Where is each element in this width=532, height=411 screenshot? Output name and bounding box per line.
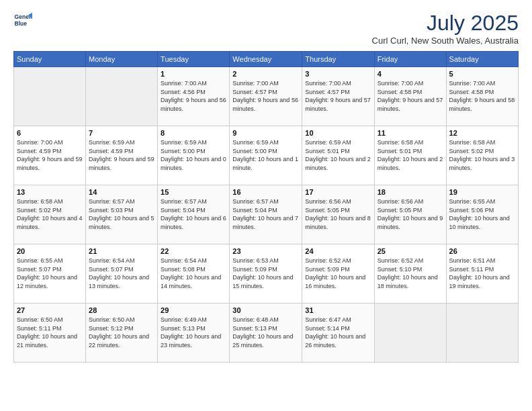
calendar: SundayMondayTuesdayWednesdayThursdayFrid… [13,51,519,363]
calendar-cell: 21Sunrise: 6:54 AMSunset: 5:07 PMDayligh… [86,244,158,304]
day-number: 22 [161,247,226,255]
calendar-cell: 1Sunrise: 7:00 AMSunset: 4:56 PMDaylight… [158,67,230,126]
logo: General Blue [13,11,32,30]
day-detail: Sunrise: 6:50 AMSunset: 5:11 PMDaylight:… [17,316,83,349]
calendar-cell: 31Sunrise: 6:47 AMSunset: 5:14 PMDayligh… [302,304,374,363]
day-detail: Sunrise: 6:50 AMSunset: 5:12 PMDaylight:… [89,316,154,349]
day-number: 21 [89,247,154,255]
day-detail: Sunrise: 7:00 AMSunset: 4:57 PMDaylight:… [232,79,299,113]
day-number: 24 [305,247,371,255]
day-number: 2 [232,70,299,78]
day-detail: Sunrise: 6:58 AMSunset: 5:01 PMDaylight:… [378,138,443,172]
day-number: 9 [232,129,299,137]
calendar-cell: 19Sunrise: 6:55 AMSunset: 5:06 PMDayligh… [446,185,518,244]
logo-icon: General Blue [13,11,32,30]
calendar-week-row: 1Sunrise: 7:00 AMSunset: 4:56 PMDaylight… [14,67,519,126]
day-detail: Sunrise: 6:48 AMSunset: 5:13 PMDaylight:… [232,316,299,349]
calendar-cell: 6Sunrise: 7:00 AMSunset: 4:59 PMDaylight… [14,126,86,185]
day-detail: Sunrise: 6:55 AMSunset: 5:06 PMDaylight:… [449,197,515,231]
day-detail: Sunrise: 6:54 AMSunset: 5:08 PMDaylight:… [161,257,226,290]
day-number: 3 [305,70,371,78]
day-number: 25 [378,247,443,255]
calendar-cell: 10Sunrise: 6:59 AMSunset: 5:01 PMDayligh… [302,126,374,185]
day-detail: Sunrise: 6:58 AMSunset: 5:02 PMDaylight:… [17,197,83,231]
col-header-thursday: Thursday [302,52,374,67]
day-number: 28 [89,306,154,314]
day-detail: Sunrise: 6:59 AMSunset: 5:00 PMDaylight:… [161,138,226,172]
page: General Blue July 2025 Curl Curl, New So… [0,0,532,411]
calendar-cell: 13Sunrise: 6:58 AMSunset: 5:02 PMDayligh… [14,185,86,244]
day-detail: Sunrise: 6:57 AMSunset: 5:04 PMDaylight:… [232,197,299,231]
calendar-cell: 8Sunrise: 6:59 AMSunset: 5:00 PMDaylight… [158,126,230,185]
day-detail: Sunrise: 6:59 AMSunset: 5:01 PMDaylight:… [305,138,371,172]
day-number: 13 [17,188,83,196]
day-number: 6 [17,129,83,137]
day-detail: Sunrise: 6:52 AMSunset: 5:10 PMDaylight:… [378,257,443,290]
calendar-cell: 9Sunrise: 6:59 AMSunset: 5:00 PMDaylight… [230,126,302,185]
calendar-week-row: 6Sunrise: 7:00 AMSunset: 4:59 PMDaylight… [14,126,519,185]
col-header-monday: Monday [86,52,158,67]
day-number: 16 [232,188,299,196]
day-number: 20 [17,247,83,255]
calendar-cell [446,304,518,363]
day-number: 23 [232,247,299,255]
day-number: 17 [305,188,371,196]
day-number: 5 [449,70,515,78]
day-number: 8 [161,129,226,137]
calendar-cell: 25Sunrise: 6:52 AMSunset: 5:10 PMDayligh… [374,244,446,304]
day-detail: Sunrise: 6:56 AMSunset: 5:05 PMDaylight:… [378,197,443,231]
calendar-cell: 4Sunrise: 7:00 AMSunset: 4:58 PMDaylight… [374,67,446,126]
calendar-cell: 14Sunrise: 6:57 AMSunset: 5:03 PMDayligh… [86,185,158,244]
day-number: 27 [17,306,83,314]
day-detail: Sunrise: 7:00 AMSunset: 4:56 PMDaylight:… [161,79,226,113]
day-detail: Sunrise: 6:56 AMSunset: 5:05 PMDaylight:… [305,197,371,231]
calendar-header-row: SundayMondayTuesdayWednesdayThursdayFrid… [14,52,519,67]
calendar-week-row: 20Sunrise: 6:55 AMSunset: 5:07 PMDayligh… [14,244,519,304]
day-detail: Sunrise: 6:47 AMSunset: 5:14 PMDaylight:… [305,316,371,349]
calendar-cell [14,67,86,126]
calendar-cell: 3Sunrise: 7:00 AMSunset: 4:57 PMDaylight… [302,67,374,126]
calendar-cell: 7Sunrise: 6:59 AMSunset: 4:59 PMDaylight… [86,126,158,185]
day-detail: Sunrise: 7:00 AMSunset: 4:58 PMDaylight:… [449,79,515,113]
calendar-cell: 17Sunrise: 6:56 AMSunset: 5:05 PMDayligh… [302,185,374,244]
calendar-cell: 22Sunrise: 6:54 AMSunset: 5:08 PMDayligh… [158,244,230,304]
calendar-cell: 18Sunrise: 6:56 AMSunset: 5:05 PMDayligh… [374,185,446,244]
calendar-cell: 20Sunrise: 6:55 AMSunset: 5:07 PMDayligh… [14,244,86,304]
day-number: 18 [378,188,443,196]
col-header-friday: Friday [374,52,446,67]
day-detail: Sunrise: 7:00 AMSunset: 4:59 PMDaylight:… [17,138,83,172]
day-detail: Sunrise: 6:59 AMSunset: 4:59 PMDaylight:… [89,138,154,172]
day-detail: Sunrise: 6:55 AMSunset: 5:07 PMDaylight:… [17,257,83,290]
day-detail: Sunrise: 6:58 AMSunset: 5:02 PMDaylight:… [449,138,515,172]
day-number: 1 [161,70,226,78]
calendar-week-row: 13Sunrise: 6:58 AMSunset: 5:02 PMDayligh… [14,185,519,244]
calendar-cell: 26Sunrise: 6:51 AMSunset: 5:11 PMDayligh… [446,244,518,304]
day-detail: Sunrise: 6:54 AMSunset: 5:07 PMDaylight:… [89,257,154,290]
calendar-cell: 2Sunrise: 7:00 AMSunset: 4:57 PMDaylight… [230,67,302,126]
calendar-week-row: 27Sunrise: 6:50 AMSunset: 5:11 PMDayligh… [14,304,519,363]
day-number: 14 [89,188,154,196]
day-detail: Sunrise: 6:51 AMSunset: 5:11 PMDaylight:… [449,257,515,290]
calendar-cell: 23Sunrise: 6:53 AMSunset: 5:09 PMDayligh… [230,244,302,304]
calendar-cell: 27Sunrise: 6:50 AMSunset: 5:11 PMDayligh… [14,304,86,363]
calendar-cell: 30Sunrise: 6:48 AMSunset: 5:13 PMDayligh… [230,304,302,363]
day-number: 4 [378,70,443,78]
day-number: 31 [305,306,371,314]
calendar-cell: 28Sunrise: 6:50 AMSunset: 5:12 PMDayligh… [86,304,158,363]
day-number: 26 [449,247,515,255]
calendar-cell: 16Sunrise: 6:57 AMSunset: 5:04 PMDayligh… [230,185,302,244]
day-detail: Sunrise: 6:53 AMSunset: 5:09 PMDaylight:… [232,257,299,290]
calendar-cell: 12Sunrise: 6:58 AMSunset: 5:02 PMDayligh… [446,126,518,185]
col-header-sunday: Sunday [14,52,86,67]
col-header-wednesday: Wednesday [230,52,302,67]
header: General Blue July 2025 Curl Curl, New So… [13,11,519,46]
day-number: 11 [378,129,443,137]
calendar-cell: 29Sunrise: 6:49 AMSunset: 5:13 PMDayligh… [158,304,230,363]
day-number: 30 [232,306,299,314]
title-block: July 2025 Curl Curl, New South Wales, Au… [372,11,519,46]
day-detail: Sunrise: 7:00 AMSunset: 4:58 PMDaylight:… [378,79,443,113]
day-number: 10 [305,129,371,137]
calendar-cell [86,67,158,126]
day-detail: Sunrise: 6:52 AMSunset: 5:09 PMDaylight:… [305,257,371,290]
col-header-saturday: Saturday [446,52,518,67]
